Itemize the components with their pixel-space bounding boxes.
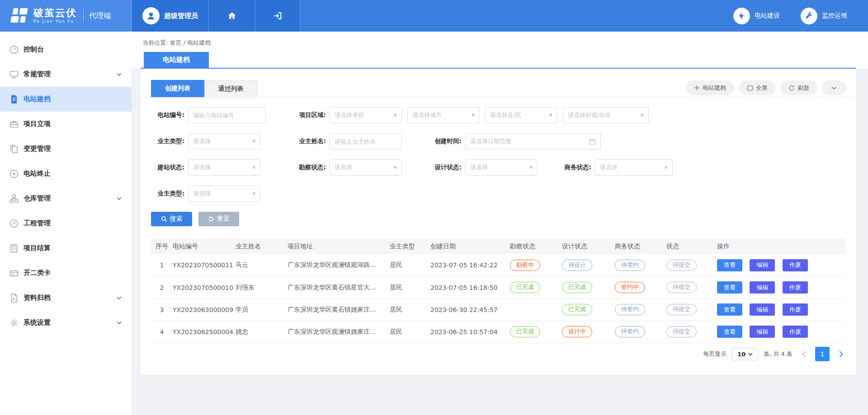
card-icon	[9, 268, 19, 278]
view-button[interactable]: 查看	[717, 303, 742, 316]
filter-label: 商务状态:	[557, 163, 591, 172]
sidebar-item-label: 开二类卡	[24, 269, 51, 277]
cell-owner-name: 学员	[236, 298, 288, 321]
chevron-down-icon	[117, 321, 122, 324]
owner-type-2-select[interactable]: 请选择▼	[188, 186, 260, 202]
sidebar-item-station-archive[interactable]: 电站建档	[0, 87, 132, 112]
breadcrumb-current: 电站建档	[187, 39, 211, 46]
void-button[interactable]: 作废	[783, 326, 808, 338]
home-button[interactable]	[208, 0, 255, 32]
business-status-select[interactable]: 请选择▼	[595, 159, 673, 176]
view-button[interactable]: 查看	[717, 259, 742, 271]
sidebar-item-system-settings[interactable]: 系统设置	[0, 310, 132, 335]
edit-button[interactable]: 编辑	[750, 259, 775, 271]
status-badge: 待设计	[562, 260, 592, 271]
cell-create-date: 2023-06-30 22:45:57	[430, 298, 510, 321]
sidebar-item-station-termination[interactable]: 电站终止	[0, 161, 132, 186]
cell-create-date: 2023-07-05 16:18:50	[430, 276, 510, 298]
cell-station-code: YX2023070500011	[173, 254, 236, 276]
sidebar-item-data-archive[interactable]: 资料归档	[0, 285, 132, 310]
sidebar-item-warehouse-management[interactable]: 仓库管理	[0, 186, 132, 211]
status-badge: 待提交	[666, 260, 697, 271]
edit-button[interactable]: 编辑	[750, 281, 775, 294]
status-badge: 待提交	[666, 304, 697, 315]
tab-passed-list[interactable]: 通过列表	[204, 80, 258, 97]
fullscreen-button[interactable]: 全屏	[739, 80, 776, 95]
sidebar-item-project-settlement[interactable]: 项目结算	[0, 236, 132, 261]
table-row: 4 YX2023062500004 姚忠 广东深圳龙华区观澜镇姚家庄... 居民…	[151, 321, 845, 343]
calendar-icon	[589, 138, 596, 145]
refresh-button[interactable]: 刷新	[780, 80, 817, 95]
caret-down-icon: ▼	[394, 165, 397, 170]
void-button[interactable]: 作废	[783, 303, 808, 316]
cell-owner-name: 马云	[236, 254, 288, 276]
page-tab-station-archive[interactable]: 电站建档	[144, 52, 209, 68]
caret-down-icon	[748, 353, 753, 356]
nav-monitor-ops[interactable]: 监控运维	[801, 8, 847, 24]
date-range-input[interactable]: 请选择日期范围	[465, 133, 601, 149]
province-select[interactable]: 请选择省份▼	[330, 107, 402, 123]
nav-station-build-label: 电站建设	[755, 12, 780, 20]
prev-page-button[interactable]	[798, 347, 810, 361]
page-number-button[interactable]: 1	[815, 347, 830, 361]
station-code-input[interactable]	[193, 112, 261, 119]
cell-create-date: 2023-07-05 16:42:22	[430, 254, 510, 276]
caret-down-icon: ▼	[641, 113, 644, 117]
sidebar-item-project-initiation[interactable]: 项目立项	[0, 112, 132, 136]
logo-icon	[8, 7, 29, 24]
owner-name-input[interactable]	[335, 138, 397, 145]
fullscreen-icon	[747, 85, 753, 91]
page-size-select[interactable]: 10	[732, 348, 758, 360]
station-table: 序号 电站编号 业主姓名 项目地址 业主类型 创建日期 勘察状态 设计状态 商务…	[151, 238, 845, 343]
reset-button[interactable]: 重置	[198, 212, 239, 226]
nav-station-build[interactable]: 电站建设	[733, 8, 780, 24]
next-page-button[interactable]	[835, 347, 847, 361]
void-button[interactable]: 作废	[783, 259, 808, 271]
user-name: 超级管理员	[164, 12, 198, 20]
breadcrumb-home-link[interactable]: 首页	[170, 39, 182, 46]
nav-monitor-ops-label: 监控运维	[822, 12, 847, 20]
main-content: 当前位置: 首页 / 电站建档 电站建档 创建列表 通过列表 电站建档	[132, 32, 868, 415]
toolbar: 电站建档 全屏 刷新	[686, 80, 846, 95]
filter-label: 业主姓名:	[288, 137, 326, 145]
view-button[interactable]: 查看	[717, 326, 742, 338]
edit-button[interactable]: 编辑	[750, 326, 775, 338]
town-select[interactable]: 请选择村镇/街道▼	[563, 107, 649, 123]
edit-button[interactable]: 编辑	[750, 303, 775, 316]
design-status-select[interactable]: 请选择▼	[465, 159, 538, 176]
owner-type-select[interactable]: 请选择▼	[188, 133, 260, 149]
user-menu[interactable]: 超级管理员	[132, 0, 208, 32]
build-status-select[interactable]: 请选择▼	[188, 159, 260, 176]
fullscreen-label: 全屏	[756, 84, 768, 92]
status-badge: 已完成	[510, 326, 540, 337]
cell-create-date: 2023-06-25 10:57:04	[430, 321, 510, 343]
sidebar-item-change-management[interactable]: 变更管理	[0, 136, 132, 161]
sidebar-item-console[interactable]: 控制台	[0, 37, 132, 62]
void-button[interactable]: 作废	[783, 281, 808, 294]
sidebar-item-label: 变更管理	[24, 145, 51, 153]
survey-status-select[interactable]: 请选择▼	[330, 159, 402, 176]
view-button[interactable]: 查看	[717, 281, 742, 294]
brand-logo: 破茧云伏 Po Jian Yun Fu 代理端	[0, 0, 132, 32]
status-badge: 设计中	[562, 326, 592, 337]
cell-address: 广东深圳龙华区观澜镇姚家庄...	[288, 321, 390, 343]
collapse-button[interactable]	[822, 80, 846, 95]
cell-owner-name: 刘强东	[236, 276, 288, 298]
cell-address: 广东深圳龙华区黄石镇星官大...	[288, 276, 390, 298]
refresh-label: 刷新	[797, 84, 809, 92]
table-row: 3 YX2023063000009 学员 广东深圳龙华区黄石镇姚家庄... 居民…	[151, 298, 845, 321]
search-button[interactable]: 搜索	[151, 212, 192, 226]
city-select[interactable]: 请选择城市▼	[407, 107, 480, 123]
col-address: 项目地址	[288, 238, 390, 254]
sidebar-item-label: 电站终止	[24, 169, 51, 178]
cell-owner-type: 居民	[390, 298, 430, 321]
sidebar-item-engineering-management[interactable]: 工程管理	[0, 211, 132, 236]
create-station-button[interactable]: 电站建档	[686, 80, 734, 95]
sidebar-item-second-class-card[interactable]: 开二类卡	[0, 261, 132, 285]
sidebar-item-general-management[interactable]: 常规管理	[0, 62, 132, 87]
col-design-status: 设计状态	[562, 238, 615, 254]
logout-button[interactable]	[255, 0, 300, 32]
county-select[interactable]: 请选择县/区▼	[485, 107, 557, 123]
refresh-icon	[788, 85, 795, 91]
tab-create-list[interactable]: 创建列表	[151, 80, 204, 97]
